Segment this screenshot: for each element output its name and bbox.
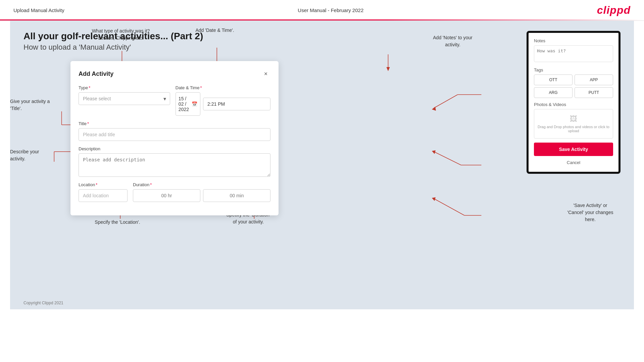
logo: clippd [597, 4, 631, 16]
tags-label: Tags [534, 67, 613, 72]
phone-panel: Notes Tags OTT APP ARG PUTT Photos & Vid… [527, 31, 621, 174]
date-input[interactable]: 15 / 02 / 2022 📅 [176, 92, 200, 116]
title-label: Title* [79, 121, 270, 126]
description-label: Description [79, 146, 270, 151]
add-activity-dialog: Add Activity × Type* Please select ▾ Dat… [70, 61, 279, 215]
photos-label: Photos & Videos [534, 102, 613, 107]
tags-grid: OTT APP ARG PUTT [534, 74, 613, 98]
tag-ott[interactable]: OTT [534, 74, 573, 85]
phone-panel-inner: Notes Tags OTT APP ARG PUTT Photos & Vid… [529, 33, 618, 172]
annotation-location: Specify the 'Location'. [87, 219, 148, 226]
svg-line-21 [434, 95, 458, 108]
annotation-description: Describe youractivity. [10, 148, 60, 162]
annotation-notes: Add 'Notes' to youractivity. [419, 34, 486, 48]
duration-min-input[interactable] [203, 189, 270, 202]
duration-label: Duration* [133, 182, 270, 187]
datetime-inputs: 15 / 02 / 2022 📅 [176, 92, 270, 116]
title-input[interactable] [79, 128, 270, 141]
notes-input[interactable] [534, 45, 613, 62]
svg-marker-28 [432, 197, 436, 201]
tags-section: Tags OTT APP ARG PUTT [534, 67, 613, 98]
location-group: Location* [79, 182, 128, 202]
copyright: Copyright Clippd 2021 [23, 301, 63, 305]
svg-line-24 [434, 152, 461, 165]
description-textarea[interactable] [79, 153, 270, 177]
main-content: All your golf-relevant activities... (Pa… [10, 21, 634, 309]
dialog-header: Add Activity × [79, 69, 270, 79]
title-group: Title* [79, 121, 270, 141]
svg-marker-25 [432, 150, 436, 154]
tag-putt[interactable]: PUTT [575, 87, 613, 98]
datetime-group: Date & Time* 15 / 02 / 2022 📅 [176, 85, 270, 116]
duration-hr-input[interactable] [133, 189, 200, 202]
location-input[interactable] [79, 189, 128, 202]
calendar-icon: 📅 [192, 101, 197, 107]
document-title: User Manual - February 2022 [298, 7, 363, 13]
type-datetime-row: Type* Please select ▾ Date & Time* 15 / … [79, 85, 270, 116]
time-input[interactable] [203, 98, 270, 110]
save-activity-button[interactable]: Save Activity [534, 143, 613, 156]
photos-section: Photos & Videos 🖼 Drag and Drop photos a… [534, 102, 613, 139]
annotation-title: Give your activity a'Title'. [10, 98, 64, 112]
dialog-title: Add Activity [79, 70, 113, 77]
notes-section: Notes [534, 38, 613, 63]
type-select[interactable]: Please select [79, 92, 170, 105]
close-button[interactable]: × [261, 69, 270, 79]
location-duration-row: Location* Duration* [79, 182, 270, 202]
duration-group: Duration* [133, 182, 270, 202]
photos-upload-area[interactable]: 🖼 Drag and Drop photos and videos or cli… [534, 109, 613, 139]
type-group: Type* Please select ▾ [79, 85, 170, 116]
notes-label: Notes [534, 38, 613, 43]
annotation-save: 'Save Activity' or'Cancel' your changesh… [553, 202, 627, 223]
photos-drag-text: Drag and Drop photos and videos or click… [537, 125, 610, 133]
description-group: Description [79, 146, 270, 177]
svg-line-27 [434, 199, 464, 215]
tag-arg[interactable]: ARG [534, 87, 573, 98]
top-bar: Upload Manual Activity User Manual - Feb… [0, 0, 644, 21]
annotation-date-time: Add 'Date & Time'. [188, 27, 242, 34]
type-select-wrapper: Please select ▾ [79, 92, 170, 105]
tag-app[interactable]: APP [575, 74, 613, 85]
svg-marker-19 [386, 67, 390, 71]
svg-marker-22 [432, 107, 436, 111]
page-title: Upload Manual Activity [13, 7, 64, 13]
duration-inputs [133, 189, 270, 202]
photo-icon: 🖼 [537, 115, 610, 123]
type-label: Type* [79, 85, 170, 90]
datetime-label: Date & Time* [176, 85, 270, 90]
location-label: Location* [79, 182, 128, 187]
cancel-link[interactable]: Cancel [534, 159, 613, 166]
annotation-activity-type: What type of activity was it?Lesson, Chi… [84, 28, 158, 42]
